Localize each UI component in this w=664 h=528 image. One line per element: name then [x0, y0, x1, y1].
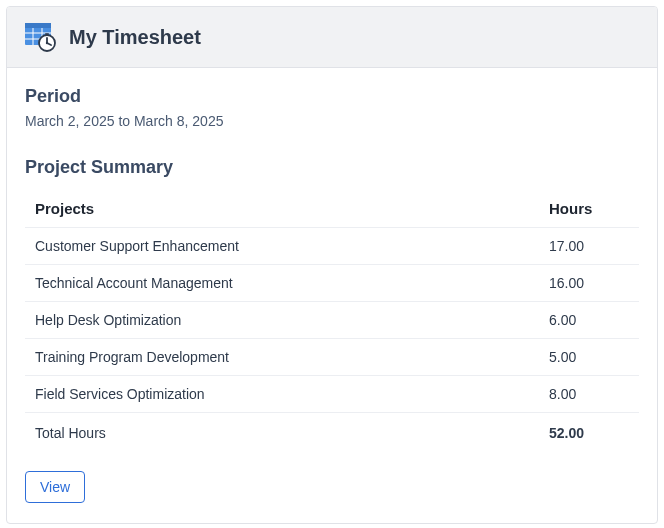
table-row: Technical Account Management 16.00: [25, 265, 639, 302]
card-header: My Timesheet: [7, 7, 657, 68]
project-hours: 17.00: [539, 228, 639, 265]
summary-heading: Project Summary: [25, 157, 639, 178]
table-row: Field Services Optimization 8.00: [25, 376, 639, 413]
table-row: Customer Support Enhancement 17.00: [25, 228, 639, 265]
timesheet-icon: [25, 21, 57, 53]
view-button[interactable]: View: [25, 471, 85, 503]
total-label: Total Hours: [25, 413, 539, 454]
table-row: Help Desk Optimization 6.00: [25, 302, 639, 339]
project-hours: 16.00: [539, 265, 639, 302]
project-name: Customer Support Enhancement: [25, 228, 539, 265]
project-summary-table: Projects Hours Customer Support Enhancem…: [25, 190, 639, 453]
timesheet-card: My Timesheet Period March 2, 2025 to Mar…: [6, 6, 658, 524]
project-hours: 5.00: [539, 339, 639, 376]
project-hours: 6.00: [539, 302, 639, 339]
table-row: Training Program Development 5.00: [25, 339, 639, 376]
total-value: 52.00: [539, 413, 639, 454]
project-name: Field Services Optimization: [25, 376, 539, 413]
period-range: March 2, 2025 to March 8, 2025: [25, 113, 639, 129]
page-title: My Timesheet: [69, 26, 201, 49]
svg-point-10: [46, 42, 48, 44]
project-name: Training Program Development: [25, 339, 539, 376]
project-hours: 8.00: [539, 376, 639, 413]
period-heading: Period: [25, 86, 639, 107]
project-name: Help Desk Optimization: [25, 302, 539, 339]
column-projects: Projects: [25, 190, 539, 228]
column-hours: Hours: [539, 190, 639, 228]
project-name: Technical Account Management: [25, 265, 539, 302]
svg-rect-1: [25, 23, 51, 28]
card-body: Period March 2, 2025 to March 8, 2025 Pr…: [7, 68, 657, 523]
total-row: Total Hours 52.00: [25, 413, 639, 454]
svg-rect-7: [45, 33, 49, 35]
